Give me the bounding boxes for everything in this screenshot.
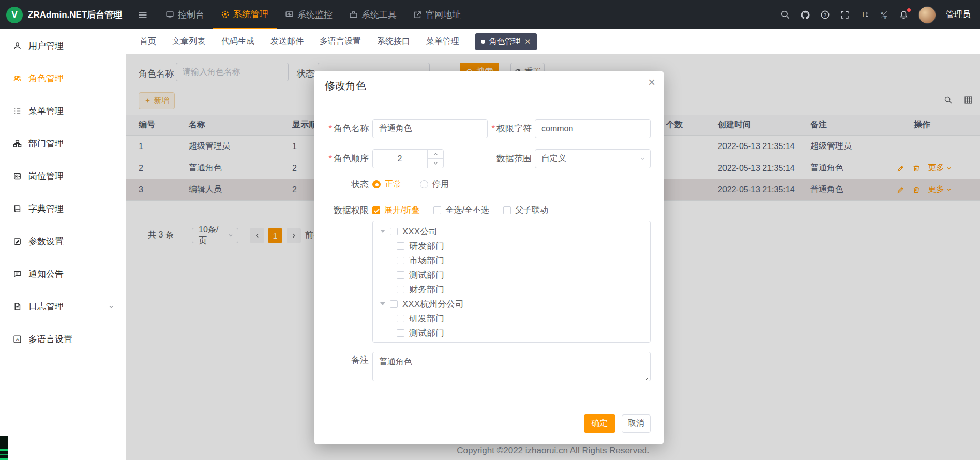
app-title: ZRAdmin.NET后台管理 [28,9,122,21]
chevron-down-icon [108,304,114,310]
sidebar-item-label: 字典管理 [28,203,64,215]
tree-node-dept[interactable]: 研发部门 [373,311,650,325]
user-icon [13,41,22,50]
app-logo[interactable]: V ZRAdmin.NET后台管理 [0,7,126,23]
radio-selected-icon [372,180,381,188]
sidebar-item-multilanguage[interactable]: A 多语言设置 [0,323,126,355]
sidebar-item-logs[interactable]: 日志管理 [0,290,126,323]
close-icon[interactable]: ✕ [524,38,531,46]
topnav-console[interactable]: 控制台 [157,0,213,29]
user-name[interactable]: 管理员 [946,9,971,20]
stepper-up-icon[interactable] [427,150,443,159]
role-order-value: 2 [373,150,427,168]
console-icon [165,10,174,19]
permission-key-label: *权限字符 [470,119,532,138]
checkbox-checked-icon [372,206,380,214]
edit-square-icon [13,237,22,246]
tree-node-dept[interactable]: 测试部门 [373,325,650,340]
github-icon[interactable] [800,10,810,20]
close-icon[interactable]: × [648,76,655,88]
tab-send-mail[interactable]: 发送邮件 [270,36,304,47]
topnav-label: 控制台 [178,9,204,21]
caret-down-icon[interactable] [380,230,385,233]
tab-multilanguage[interactable]: 多语言设置 [320,36,361,47]
sidebar-item-roles[interactable]: 角色管理 [0,62,126,95]
sidebar-item-notices[interactable]: 通知公告 [0,258,126,290]
active-tab-dot [481,40,485,44]
permission-key-input[interactable] [535,119,651,138]
sidebar-item-parameters[interactable]: 参数设置 [0,225,126,258]
tab-system-api[interactable]: 系统接口 [377,36,410,47]
topnav-website[interactable]: 官网地址 [405,0,469,29]
required-asterisk: * [491,124,495,134]
checkbox-icon[interactable] [390,300,398,308]
svg-text:A: A [16,337,19,342]
topnav-system-tools[interactable]: 系统工具 [341,0,405,29]
sidebar-item-label: 菜单管理 [28,105,64,117]
sidebar-item-menus[interactable]: 菜单管理 [0,95,126,127]
data-scope-select[interactable]: 自定义 [535,149,651,168]
role-order-label: *角色顺序 [314,149,369,168]
sidebar-item-posts[interactable]: 岗位管理 [0,160,126,192]
role-order-stepper[interactable]: 2 [372,149,444,168]
dialog-title: 修改角色 [325,79,366,93]
language-icon[interactable]: A文 [879,10,889,20]
tree-node-label: 测试部门 [409,327,444,339]
stepper-down-icon[interactable] [427,158,443,168]
tab-home[interactable]: 首页 [140,36,156,47]
sidebar-item-users[interactable]: 用户管理 [0,29,126,62]
checkbox-expand-collapse[interactable]: 展开/折叠 [372,205,419,216]
tree-node-label: 市场部门 [409,255,444,266]
checkbox-select-all[interactable]: 全选/全不选 [433,205,489,216]
caret-down-icon[interactable] [380,302,385,305]
tree-node-dept[interactable]: 财务部门 [373,282,650,296]
tree-node-dept[interactable]: 市场部门 [373,253,650,268]
topnav-label: 官网地址 [426,9,461,21]
menu-icon [13,107,22,115]
sidebar-toggle-icon[interactable] [138,10,148,20]
remark-textarea[interactable]: 普通角色 [372,352,651,381]
id-badge-icon [13,172,22,181]
tree-node-dept[interactable]: 研发部门 [373,239,650,253]
svg-text:?: ? [824,12,826,18]
tree-node-dept[interactable]: 测试部门 [373,268,650,282]
checkbox-icon[interactable] [397,315,404,322]
checkbox-icon[interactable] [397,329,404,337]
sidebar-item-label: 岗位管理 [28,170,64,182]
bell-icon[interactable] [899,10,909,20]
tab-code-gen[interactable]: 代码生成 [221,36,254,47]
fullscreen-icon[interactable] [840,10,850,20]
sidebar-item-departments[interactable]: 部门管理 [0,127,126,160]
checkbox-icon[interactable] [397,286,404,293]
translate-icon: A [13,335,22,344]
checkbox-icon[interactable] [397,271,404,279]
checkbox-icon[interactable] [397,257,404,264]
help-icon[interactable]: ? [820,10,830,20]
font-size-icon[interactable]: T [860,10,869,20]
topnav-system-management[interactable]: 系统管理 [213,0,277,29]
sidebar-item-dictionary[interactable]: 字典管理 [0,192,126,225]
tree-node-company[interactable]: XXX杭州分公司 [373,296,650,311]
topnav-label: 系统管理 [233,8,268,20]
checkbox-icon[interactable] [397,242,404,250]
data-scope-tree: XXX公司 研发部门 市场部门 测试部门 财务部门 XXX杭州分公司 研发部门 [372,221,651,343]
tools-icon [349,10,358,19]
tab-article-list[interactable]: 文章列表 [172,36,205,47]
search-icon[interactable] [780,10,790,20]
radio-normal[interactable]: 正常 [372,179,401,190]
radio-disabled[interactable]: 停用 [420,179,449,190]
data-scope-label: 数据范围 [470,149,532,168]
tree-option-checkboxes: 展开/折叠 全选/全不选 父子联动 [372,203,548,217]
confirm-button[interactable]: 确定 [584,414,615,433]
active-tab-label: 角色管理 [489,37,520,47]
topnav-system-monitor[interactable]: 系统监控 [277,0,341,29]
tab-role-management-active[interactable]: 角色管理 ✕ [475,33,537,50]
tree-node-company[interactable]: XXX公司 [373,224,650,239]
checkbox-icon[interactable] [390,228,398,235]
cancel-button[interactable]: 取消 [622,414,651,433]
message-icon [13,270,22,278]
gear-icon [221,10,230,19]
checkbox-parent-child-link[interactable]: 父子联动 [503,205,548,216]
tab-menu-management[interactable]: 菜单管理 [426,36,459,47]
avatar[interactable] [918,6,936,24]
